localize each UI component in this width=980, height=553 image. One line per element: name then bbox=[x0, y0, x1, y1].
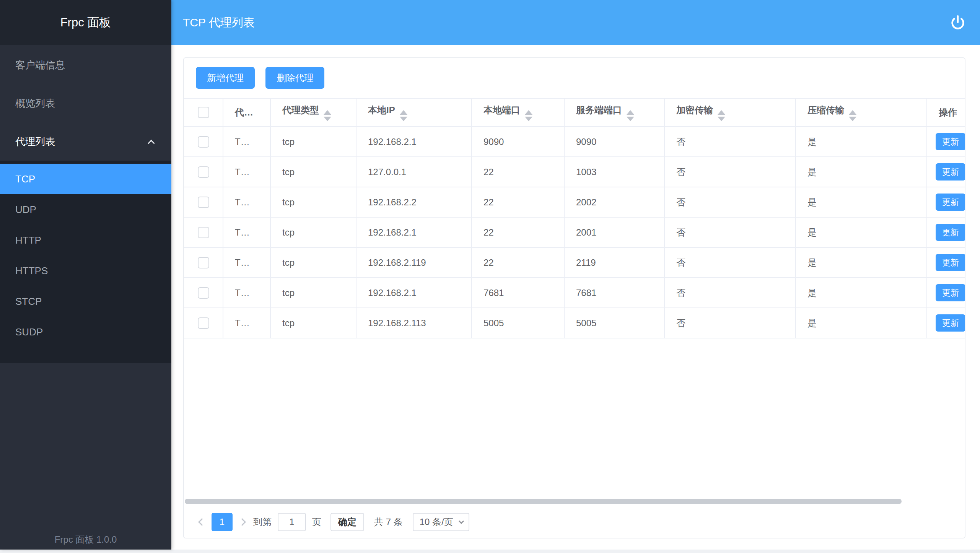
delete-proxy-button[interactable]: 删除代理 bbox=[265, 67, 324, 89]
row-select-cell bbox=[184, 127, 223, 157]
proxy-table: 代…代理类型本地IP本地端口服务端端口加密传输压缩传输操作 T…tcp192.1… bbox=[184, 98, 965, 338]
column-header[interactable]: 加密传输 bbox=[664, 98, 796, 127]
proxy-type-submenu: TCPUDPHTTPHTTPSSTCPSUDP bbox=[0, 161, 171, 363]
sidebar-item-client-info[interactable]: 客户端信息 bbox=[0, 46, 171, 84]
power-icon bbox=[950, 15, 965, 30]
cell-type: tcp bbox=[270, 187, 356, 217]
row-select-cell bbox=[184, 157, 223, 187]
cell-action: 更新 bbox=[927, 157, 965, 187]
submenu-item-sudp[interactable]: SUDP bbox=[0, 317, 171, 347]
row-checkbox[interactable] bbox=[198, 257, 209, 268]
update-button[interactable]: 更新 bbox=[936, 254, 965, 271]
sort-carets-icon[interactable] bbox=[627, 110, 634, 121]
cell-server-port: 2119 bbox=[564, 247, 664, 278]
row-checkbox[interactable] bbox=[198, 317, 209, 329]
goto-page-prefix: 到第 bbox=[253, 516, 272, 528]
app-logo: Frpc 面板 bbox=[0, 0, 171, 45]
row-checkbox[interactable] bbox=[198, 166, 209, 178]
submenu-item-udp[interactable]: UDP bbox=[0, 194, 171, 225]
table-header: 代…代理类型本地IP本地端口服务端端口加密传输压缩传输操作 bbox=[184, 98, 965, 127]
content-area: 新增代理 删除代理 代…代理类型本地IP本地端口服务端端口加密传输压缩传输操作 … bbox=[171, 45, 980, 550]
update-button[interactable]: 更新 bbox=[936, 284, 965, 301]
update-button[interactable]: 更新 bbox=[936, 194, 965, 211]
cell-type: tcp bbox=[270, 308, 356, 338]
row-checkbox[interactable] bbox=[198, 197, 209, 208]
row-checkbox[interactable] bbox=[198, 136, 209, 148]
cell-name: T… bbox=[223, 127, 270, 157]
cell-encrypt: 否 bbox=[664, 127, 796, 157]
table-body: T…tcp192.168.2.190909090否是更新T…tcp127.0.0… bbox=[184, 127, 965, 338]
submenu-item-http[interactable]: HTTP bbox=[0, 225, 171, 255]
goto-page-input[interactable] bbox=[278, 513, 306, 531]
page-number-button[interactable]: 1 bbox=[212, 513, 233, 531]
page-size-select[interactable]: 10 条/页 bbox=[413, 513, 469, 531]
sort-carets-icon[interactable] bbox=[400, 110, 407, 121]
confirm-button[interactable]: 确定 bbox=[330, 513, 364, 531]
row-select-cell bbox=[184, 308, 223, 338]
update-button[interactable]: 更新 bbox=[936, 133, 965, 150]
sort-carets-icon[interactable] bbox=[324, 110, 331, 121]
submenu-item-stcp[interactable]: STCP bbox=[0, 286, 171, 317]
table-row: T…tcp192.168.2.1222001否是更新 bbox=[184, 217, 965, 247]
cell-action: 更新 bbox=[927, 278, 965, 308]
total-count: 共 7 条 bbox=[374, 516, 403, 528]
column-header[interactable]: 代理类型 bbox=[270, 98, 356, 127]
top-header: TCP 代理列表 bbox=[171, 0, 980, 45]
update-button[interactable]: 更新 bbox=[936, 163, 965, 181]
row-checkbox[interactable] bbox=[198, 287, 209, 299]
column-header[interactable]: 本地IP bbox=[356, 98, 472, 127]
column-header[interactable]: 本地端口 bbox=[472, 98, 564, 127]
cell-local-ip: 192.168.2.1 bbox=[356, 217, 472, 247]
cell-action: 更新 bbox=[927, 217, 965, 247]
cell-type: tcp bbox=[270, 127, 356, 157]
page-title: TCP 代理列表 bbox=[183, 15, 950, 31]
cell-local-port: 22 bbox=[472, 157, 564, 187]
cell-server-port: 1003 bbox=[564, 157, 664, 187]
sidebar-item-overview[interactable]: 概览列表 bbox=[0, 84, 171, 122]
table-row: T…tcp127.0.0.1221003否是更新 bbox=[184, 157, 965, 187]
cell-server-port: 9090 bbox=[564, 127, 664, 157]
cell-local-ip: 192.168.2.119 bbox=[356, 247, 472, 278]
cell-name: T… bbox=[223, 217, 270, 247]
sort-carets-icon[interactable] bbox=[525, 110, 532, 121]
cell-local-ip: 192.168.2.113 bbox=[356, 308, 472, 338]
sidebar-item-label: 代理列表 bbox=[15, 135, 55, 148]
table-row: T…tcp192.168.2.176817681否是更新 bbox=[184, 278, 965, 308]
cell-local-ip: 192.168.2.1 bbox=[356, 278, 472, 308]
select-all-checkbox[interactable] bbox=[198, 107, 209, 118]
cell-action: 更新 bbox=[927, 308, 965, 338]
add-proxy-button[interactable]: 新增代理 bbox=[196, 67, 255, 89]
sort-carets-icon[interactable] bbox=[718, 110, 725, 121]
goto-page-suffix: 页 bbox=[312, 516, 321, 528]
sort-carets-icon[interactable] bbox=[849, 110, 856, 121]
cell-encrypt: 否 bbox=[664, 278, 796, 308]
horizontal-scrollbar-thumb[interactable] bbox=[185, 499, 902, 504]
submenu-item-tcp[interactable]: TCP bbox=[0, 164, 171, 194]
row-select-cell bbox=[184, 247, 223, 278]
cell-server-port: 2001 bbox=[564, 217, 664, 247]
update-button[interactable]: 更新 bbox=[936, 314, 965, 332]
app-version: Frpc 面板 1.0.0 bbox=[0, 533, 171, 546]
cell-encrypt: 否 bbox=[664, 217, 796, 247]
next-page-icon[interactable] bbox=[238, 518, 246, 526]
submenu-item-https[interactable]: HTTPS bbox=[0, 255, 171, 286]
column-header[interactable]: 服务端端口 bbox=[564, 98, 664, 127]
cell-name: T… bbox=[223, 278, 270, 308]
row-checkbox[interactable] bbox=[198, 227, 209, 238]
cell-local-port: 22 bbox=[472, 187, 564, 217]
table-row: T…tcp192.168.2.190909090否是更新 bbox=[184, 127, 965, 157]
cell-server-port: 7681 bbox=[564, 278, 664, 308]
cell-encrypt: 否 bbox=[664, 157, 796, 187]
cell-name: T… bbox=[223, 247, 270, 278]
power-button[interactable] bbox=[950, 15, 965, 30]
cell-type: tcp bbox=[270, 217, 356, 247]
update-button[interactable]: 更新 bbox=[936, 224, 965, 241]
cell-encrypt: 否 bbox=[664, 308, 796, 338]
column-header[interactable]: 压缩传输 bbox=[796, 98, 927, 127]
select-all-header bbox=[184, 98, 223, 127]
chevron-up-icon bbox=[148, 140, 155, 146]
sidebar-item-proxy-list[interactable]: 代理列表 bbox=[0, 122, 171, 161]
sidebar-menu: 客户端信息 概览列表 代理列表 TCPUDPHTTPHTTPSSTCPSUDP bbox=[0, 45, 171, 363]
cell-name: T… bbox=[223, 187, 270, 217]
prev-page-icon[interactable] bbox=[198, 518, 206, 526]
